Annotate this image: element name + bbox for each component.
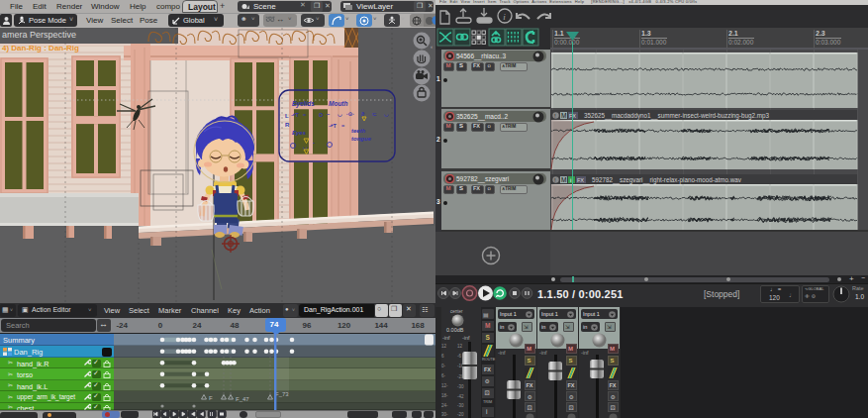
svg-text:i: i (503, 12, 506, 22)
svg-text:M: M (561, 176, 566, 183)
svg-text:◡: ◡ (338, 111, 342, 117)
svg-text:O: O (319, 112, 324, 118)
svg-text:−: − (327, 111, 330, 117)
svg-text:⊂: ⊂ (372, 111, 377, 117)
svg-text:⬏T: ⬏T (291, 112, 300, 118)
svg-text:⬏T: ⬏T (329, 123, 338, 129)
svg-text:F_73: F_73 (275, 391, 289, 397)
svg-text:F: F (209, 395, 213, 401)
svg-text:Eyes: Eyes (292, 130, 307, 136)
svg-text:ˆ: ˆ (313, 142, 315, 148)
svg-text:=: = (341, 123, 344, 129)
svg-text:R: R (285, 122, 290, 128)
svg-text:Eyelids: Eyelids (292, 100, 315, 108)
svg-text:◡: ◡ (384, 111, 389, 117)
svg-text:M: M (561, 112, 566, 119)
svg-text:Mouth: Mouth (329, 100, 348, 107)
svg-text:L: L (285, 113, 289, 119)
svg-text:⋅⊙⋅: ⋅⊙⋅ (346, 111, 354, 117)
svg-text:F_47: F_47 (236, 396, 249, 402)
svg-text:teeth: teeth (351, 128, 366, 134)
svg-text:FX: FX (577, 176, 584, 182)
svg-text:=: = (303, 112, 306, 118)
svg-text:tongue: tongue (351, 136, 372, 142)
svg-text:‹: ‹ (431, 44, 433, 50)
svg-text:◡: ◡ (303, 144, 308, 150)
